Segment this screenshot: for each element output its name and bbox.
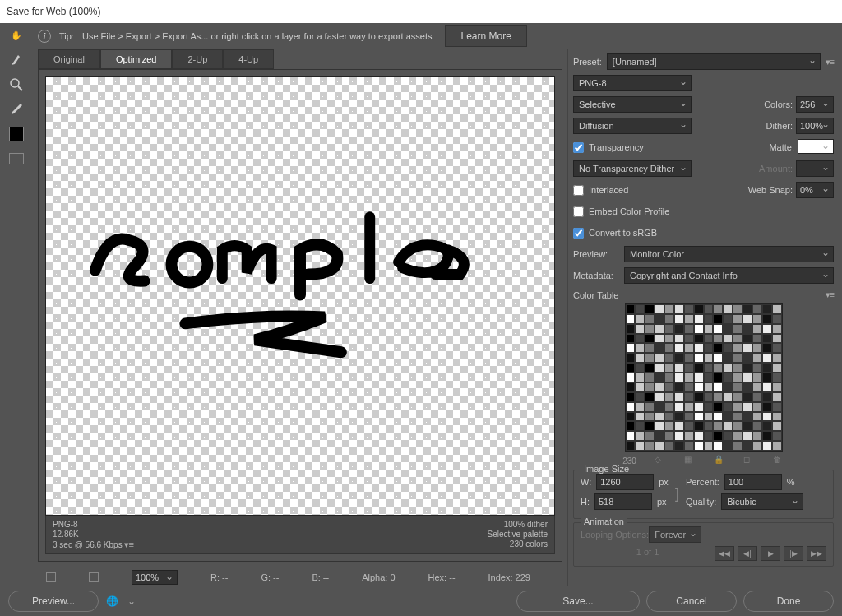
- percent-label: Percent:: [686, 477, 719, 487]
- readout-hex: Hex: --: [428, 572, 456, 582]
- percent-input[interactable]: [724, 474, 782, 490]
- speed-menu-icon[interactable]: ▾≡: [124, 540, 132, 549]
- meta-speed: 3 sec @ 56.6 Kbps: [53, 540, 123, 549]
- tool-column: ✋: [0, 49, 33, 586]
- meta-size: 12.86K: [53, 530, 133, 539]
- preview-conv-select[interactable]: Monitor Color: [624, 246, 834, 262]
- learn-more-button[interactable]: Learn More: [445, 25, 526, 47]
- svg-line-1: [18, 86, 22, 90]
- eyedropper-tool-icon[interactable]: [7, 100, 26, 118]
- tab-4up[interactable]: 4-Up: [223, 49, 274, 69]
- ct-new-icon[interactable]: ◻: [743, 455, 755, 466]
- readouts-bar: R: -- G: -- B: -- Alpha: 0 Hex: -- Index…: [38, 567, 562, 586]
- settings-panel: Preset: [Unnamed] ▾≡ PNG-8 Selective Col…: [567, 49, 842, 586]
- dither-label: Dither:: [766, 121, 793, 131]
- h-label: H:: [581, 497, 590, 507]
- websnap-label: Web Snap:: [748, 185, 793, 195]
- meta-colors: 230 colors: [488, 540, 548, 549]
- window-title: Save for Web (100%): [7, 6, 101, 17]
- quality-label: Quality:: [686, 497, 716, 507]
- loop-label: Looping Options:: [581, 530, 649, 540]
- slice-visibility-icon[interactable]: [7, 150, 26, 168]
- tab-2up[interactable]: 2-Up: [172, 49, 223, 69]
- amount-input: [796, 160, 834, 177]
- trans-dither-select[interactable]: No Transparency Dither: [573, 160, 692, 177]
- original-swatch-icon: [46, 572, 56, 582]
- colors-label: Colors:: [764, 100, 793, 109]
- zoom-tool-icon[interactable]: [7, 76, 26, 94]
- tip-bar: i Tip: Use File > Export > Export As... …: [0, 23, 842, 49]
- readout-alpha: Alpha: 0: [362, 572, 395, 582]
- matte-label: Matte:: [769, 142, 794, 152]
- metadata-label: Metadata:: [573, 271, 619, 280]
- tip-prefix: Tip:: [59, 31, 74, 41]
- loop-select: Forever: [649, 526, 701, 543]
- meta-format: PNG-8: [53, 520, 133, 529]
- slice-tool-icon[interactable]: [7, 51, 26, 69]
- prev-frame-button[interactable]: ◀|: [738, 546, 757, 561]
- info-icon: i: [38, 30, 51, 43]
- preset-label: Preset:: [573, 57, 602, 67]
- readout-r: R: --: [210, 572, 228, 582]
- colors-input[interactable]: [796, 96, 834, 113]
- preview-button[interactable]: Preview...: [8, 591, 99, 612]
- window-titlebar: Save for Web (100%): [0, 0, 842, 23]
- view-tabs: Original Optimized 2-Up 4-Up: [38, 49, 562, 69]
- preview-metadata: PNG-8 12.86K 3 sec @ 56.6 Kbps ▾≡ 100% d…: [45, 516, 555, 554]
- color-table-grid[interactable]: [625, 303, 783, 452]
- color-table-title: Color Table: [573, 290, 618, 300]
- ct-snap-icon[interactable]: ◇: [655, 455, 666, 466]
- ct-lock-icon[interactable]: 🔒: [714, 455, 725, 466]
- dither-input[interactable]: [796, 118, 834, 134]
- color-table-menu-icon[interactable]: ▾≡: [826, 289, 834, 300]
- zoom-select[interactable]: [132, 570, 178, 585]
- embed-profile-checkbox[interactable]: Embed Color Profile: [573, 206, 669, 217]
- transparency-checkbox[interactable]: Transparency: [573, 142, 644, 153]
- done-button[interactable]: Done: [743, 591, 834, 612]
- link-dimensions-icon[interactable]: ]: [672, 489, 682, 498]
- ct-delete-icon[interactable]: 🗑: [773, 455, 784, 466]
- ct-map-icon[interactable]: ▦: [684, 455, 696, 466]
- width-input[interactable]: [596, 474, 654, 490]
- tip-text: Use File > Export > Export As... or righ…: [82, 31, 433, 41]
- height-input[interactable]: [594, 493, 652, 510]
- preset-select[interactable]: [Unnamed]: [607, 53, 821, 70]
- interlaced-checkbox[interactable]: Interlaced: [573, 185, 628, 196]
- readout-g: G: --: [261, 572, 279, 582]
- save-button[interactable]: Save...: [516, 591, 640, 612]
- next-frame-button[interactable]: |▶: [784, 546, 803, 561]
- meta-palette: Selective palette: [488, 530, 548, 539]
- hand-tool-icon[interactable]: ✋: [7, 26, 26, 44]
- play-button[interactable]: ▶: [761, 546, 780, 561]
- quality-select[interactable]: Bicubic: [721, 493, 803, 510]
- frame-counter: 1 of 1: [581, 547, 715, 557]
- dither-select[interactable]: Diffusion: [573, 118, 692, 134]
- readout-index: Index: 229: [488, 572, 530, 582]
- preview-conv-label: Preview:: [573, 249, 619, 259]
- image-size-section: Image Size W:px H:px ] Percent:% Quality…: [573, 470, 834, 519]
- readout-b: B: --: [312, 572, 329, 582]
- cancel-button[interactable]: Cancel: [646, 591, 737, 612]
- footer-bar: Preview... 🌐 ⌄ Save... Cancel Done: [0, 586, 842, 616]
- first-frame-button[interactable]: ◀◀: [715, 546, 734, 561]
- tab-original[interactable]: Original: [38, 49, 100, 69]
- metadata-select[interactable]: Copyright and Contact Info: [624, 267, 834, 284]
- last-frame-button[interactable]: ▶▶: [807, 546, 826, 561]
- matte-swatch[interactable]: [798, 139, 834, 154]
- w-label: W:: [581, 477, 591, 487]
- svg-point-0: [11, 79, 19, 87]
- svg-point-2: [172, 247, 208, 283]
- meta-dither: 100% dither: [488, 520, 548, 529]
- convert-srgb-checkbox[interactable]: Convert to sRGB: [573, 228, 657, 239]
- image-size-title: Image Size: [581, 464, 632, 474]
- format-select[interactable]: PNG-8: [573, 75, 692, 91]
- tab-optimized[interactable]: Optimized: [100, 49, 173, 69]
- preset-menu-icon[interactable]: ▾≡: [826, 57, 834, 67]
- foreground-swatch[interactable]: [7, 125, 26, 143]
- websnap-input[interactable]: [796, 182, 834, 198]
- browser-icon[interactable]: 🌐: [105, 595, 118, 608]
- preview-canvas[interactable]: [45, 76, 555, 516]
- reduction-select[interactable]: Selective: [573, 96, 692, 113]
- animation-section: Animation Looping Options:Forever 1 of 1…: [573, 522, 834, 567]
- browser-menu-icon[interactable]: ⌄: [125, 595, 138, 608]
